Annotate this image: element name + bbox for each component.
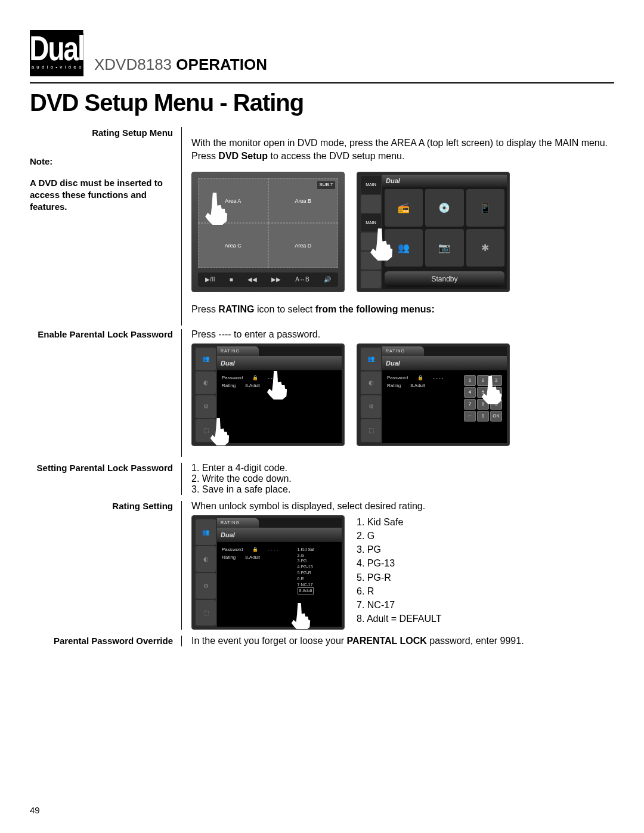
- key-ok: OK: [490, 411, 502, 422]
- key-4: 4: [464, 387, 476, 398]
- lock-icon: [252, 375, 258, 380]
- rating-levels-list: 1. Kid Safe 2. G 3. PG 4. PG-13 5. PG-R …: [357, 515, 441, 626]
- side-btn: ⬚: [196, 600, 216, 625]
- screenshot-rating-password: ✱ 👥 ◐ ⚙ ⬚ RATING Dual Password- -: [191, 343, 345, 446]
- area-c: Area C: [198, 223, 268, 268]
- override-text: In the event you forget or loose your PA…: [191, 636, 614, 646]
- lock-icon: [252, 547, 258, 552]
- screenshot-rating-keypad: ✱ 👥 ◐ ⚙ ⬚ RATING Dual Password- -: [357, 343, 510, 446]
- page-title: DVD Setup Menu - Rating: [30, 89, 614, 116]
- side-btn: ⚙: [196, 573, 216, 599]
- device-icon: 📱: [466, 189, 504, 227]
- list-item: 3. PG: [357, 543, 441, 556]
- rating-options-popup: 1.Kid Saf 2.G 3.PG 4.PG-13 5.PG-R 6.R 7.…: [298, 547, 314, 594]
- enable-text: Press ---- to enter a password.: [191, 329, 320, 339]
- key-1: 1: [464, 375, 476, 386]
- side-btn: 👥: [361, 348, 381, 370]
- list-item: 8. Adult = DEFAULT: [357, 612, 441, 625]
- press-rating-line: Press RATING icon to select from the fol…: [191, 303, 614, 316]
- rating-value: 8.Adult: [245, 383, 260, 388]
- password-label: Password: [222, 375, 243, 380]
- rating-label: Rating: [222, 383, 236, 388]
- header-title: XDVD8183 OPERATION: [94, 55, 267, 74]
- password-dashes: - - - -: [268, 547, 278, 552]
- side-btn: ◐: [196, 546, 216, 572]
- playback-controls: ▶/II ■ ◀◀ ▶▶ A↔B 🔊: [198, 272, 338, 287]
- radio-icon: 📻: [385, 189, 423, 227]
- list-item: 6. R: [357, 584, 441, 598]
- side-slot: [361, 271, 381, 289]
- list-item: 2. G: [357, 529, 441, 543]
- camera-icon: 📷: [425, 229, 463, 267]
- label-setting-parental: Setting Parental Lock Password: [30, 463, 182, 495]
- rating-setting-text: When unlock symbol is displayed, select …: [191, 501, 425, 511]
- section-name: OPERATION: [176, 55, 267, 73]
- subtitle-tag: SUB.T: [317, 181, 336, 190]
- list-item: 5. PG-R: [357, 571, 441, 584]
- side-btn: ⬚: [361, 419, 381, 442]
- rating-label: Rating: [387, 383, 401, 388]
- stop-icon: ■: [230, 275, 233, 284]
- list-item: 7. NC-17: [357, 598, 441, 612]
- label-enable-parental: Enable Parental Lock Password: [30, 329, 182, 457]
- rating-label: Rating: [222, 555, 236, 560]
- side-btn: ◐: [196, 371, 216, 394]
- device-logo: Dual: [221, 360, 235, 367]
- divider: [30, 82, 614, 83]
- bluetooth-tile-icon: ✱: [466, 229, 504, 267]
- page-number: 49: [30, 805, 40, 815]
- side-btn: ⚙: [196, 395, 216, 418]
- side-btn: 👥: [196, 519, 216, 545]
- logo-text: Dual: [29, 33, 84, 64]
- rating-value: 8.Adult: [245, 555, 260, 560]
- volume-icon: 🔊: [324, 275, 331, 284]
- rating-tab: RATING: [217, 346, 259, 356]
- key-back: ←: [464, 411, 476, 422]
- note-body: A DVD disc must be inserted to access th…: [30, 177, 173, 213]
- ab-repeat-icon: A↔B: [295, 275, 309, 284]
- label-rating-setting: Rating Setting: [30, 501, 182, 630]
- password-dashes: - - - -: [433, 375, 443, 380]
- side-slot: [361, 195, 381, 213]
- screenshot-dvd-areas: Area A Area B Area C Area D SUB.T ▶/II ■…: [191, 172, 345, 292]
- screenshot-main-menu: ✱ MAIN MAIN Dual: [357, 172, 510, 292]
- play-pause-icon: ▶/II: [205, 275, 215, 284]
- password-label: Password: [222, 547, 243, 552]
- intro-paragraph: With the monitor open in DVD mode, press…: [191, 137, 614, 162]
- key-7: 7: [464, 399, 476, 410]
- rating-value: 8.Adult: [410, 383, 425, 388]
- label-rating-setup: Rating Setup Menu: [30, 127, 173, 139]
- side-btn: 👥: [196, 348, 216, 370]
- password-label: Password: [387, 375, 408, 380]
- lock-icon: [417, 375, 423, 380]
- list-item: 4. PG-13: [357, 556, 441, 570]
- brand-logo: ® Dual a u d i o • v i d e o: [30, 30, 83, 76]
- device-logo: Dual: [386, 176, 400, 185]
- list-item: 1. Kid Safe: [357, 515, 441, 529]
- screenshot-rating-list: ✱ 👥 ◐ ⚙ ⬚ RATING Dual Password- -: [191, 515, 345, 630]
- setting-steps: 1. Enter a 4-digit code. 2. Write the co…: [191, 463, 614, 495]
- rating-tab: RATING: [382, 346, 424, 356]
- standby-button: Standby: [385, 271, 504, 287]
- forward-icon: ▶▶: [271, 275, 281, 284]
- area-d: Area D: [268, 223, 339, 268]
- rewind-icon: ◀◀: [247, 275, 257, 284]
- label-override: Parental Password Override: [30, 636, 182, 646]
- model-number: XDVD8183: [94, 55, 172, 73]
- device-logo: Dual: [386, 360, 400, 367]
- main-tab: MAIN: [361, 176, 381, 194]
- side-btn: ⚙: [361, 395, 381, 418]
- rating-tab: RATING: [217, 518, 259, 528]
- note-heading: Note:: [30, 156, 173, 168]
- disc-icon: 💿: [425, 189, 463, 227]
- key-0: 0: [477, 411, 489, 422]
- side-btn: ◐: [361, 371, 381, 394]
- key-2: 2: [477, 375, 489, 386]
- device-logo: Dual: [221, 531, 235, 538]
